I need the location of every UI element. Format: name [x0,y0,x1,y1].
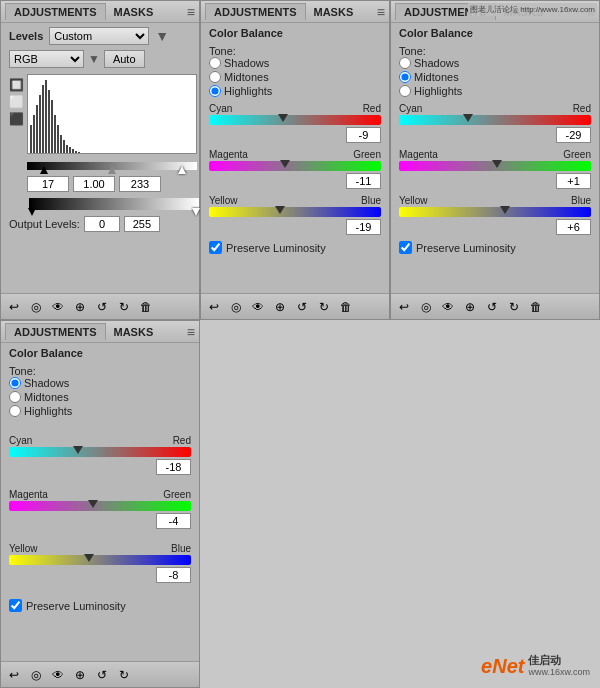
levels-preset-select[interactable]: Custom [49,27,149,45]
cb3-cyan-red-value[interactable] [156,459,191,475]
cb1-toolbar-target[interactable]: ◎ [227,298,245,316]
cb2-toolbar-redo[interactable]: ↻ [505,298,523,316]
tab-masks-cb3[interactable]: MASKS [106,324,162,340]
cb1-toolbar-undo[interactable]: ↺ [293,298,311,316]
cb2-toolbar-eye[interactable]: 👁 [439,298,457,316]
cb3-green-label: Green [163,489,191,500]
cb3-header: ADJUSTMENTS MASKS ≡ [1,321,199,343]
cb1-yellow-blue-track[interactable] [209,207,381,217]
cb3-toolbar-target[interactable]: ◎ [27,666,45,684]
tab-masks-levels[interactable]: MASKS [106,4,162,20]
cb3-toolbar-redo[interactable]: ↻ [115,666,133,684]
cb3-toolbar-back[interactable]: ↩ [5,666,23,684]
cb1-magenta-green-thumb[interactable] [280,160,290,168]
cb2-cyan-red-value[interactable] [556,127,591,143]
cb3-magenta-green-labels: Magenta Green [9,489,191,500]
tab-adjustments-levels[interactable]: ADJUSTMENTS [5,3,106,20]
cb3-yellow-blue-track[interactable] [9,555,191,565]
cb3-magenta-green-thumb[interactable] [88,500,98,508]
cb2-yellow-blue-labels: Yellow Blue [399,195,591,206]
panel-menu-icon-cb3[interactable]: ≡ [187,324,195,340]
toolbar-eye-icon[interactable]: 👁 [49,298,67,316]
cb3-radio-midtones[interactable] [9,391,21,403]
cb2-preserve-checkbox[interactable] [399,241,412,254]
cb2-toolbar-undo[interactable]: ↺ [483,298,501,316]
cb1-magenta-green-value[interactable] [346,173,381,189]
cb1-toolbar-redo[interactable]: ↻ [315,298,333,316]
tab-masks-cb1[interactable]: MASKS [306,4,362,20]
cb1-magenta-green-track[interactable] [209,161,381,171]
toolbar-add-icon[interactable]: ⊕ [71,298,89,316]
cb2-radio-midtones[interactable] [399,71,411,83]
input-levels-slider[interactable] [27,158,197,174]
panel-menu-icon-levels[interactable]: ≡ [187,4,195,20]
cb1-cyan-red-thumb[interactable] [278,114,288,122]
toolbar-undo-icon[interactable]: ↺ [93,298,111,316]
cb3-cyan-red-track[interactable] [9,447,191,457]
cb3-magenta-green-value[interactable] [156,513,191,529]
cb1-tone-midtones: Midtones [209,71,381,83]
panel-menu-icon-cb1[interactable]: ≡ [377,4,385,20]
black-eyedropper-icon[interactable]: 🔲 [9,78,24,92]
toolbar-target-icon[interactable]: ◎ [27,298,45,316]
tab-adjustments-cb3[interactable]: ADJUSTMENTS [5,323,106,340]
cb1-yellow-blue-value[interactable] [346,219,381,235]
cb2-radio-shadows[interactable] [399,57,411,69]
cb3-toolbar-add[interactable]: ⊕ [71,666,89,684]
cb2-radio-highlights[interactable] [399,85,411,97]
cb2-yellow-blue-value[interactable] [556,219,591,235]
cb1-radio-highlights[interactable] [209,85,221,97]
output-white-value[interactable] [124,216,160,232]
cb2-cyan-red-thumb[interactable] [463,114,473,122]
cb1-radio-shadows[interactable] [209,57,221,69]
cb1-radio-midtones[interactable] [209,71,221,83]
cb2-toolbar-delete[interactable]: 🗑 [527,298,545,316]
cb1-preserve-checkbox[interactable] [209,241,222,254]
cb2-magenta-green-value[interactable] [556,173,591,189]
cb3-tone-midtones: Midtones [9,391,191,403]
cb3-toolbar-eye[interactable]: 👁 [49,666,67,684]
input-black-value[interactable] [27,176,69,192]
toolbar-back-icon[interactable]: ↩ [5,298,23,316]
cb1-preserve-lum: Preserve Luminosity [209,241,381,254]
cb2-magenta-green-thumb[interactable] [492,160,502,168]
cb1-yellow-blue-thumb[interactable] [275,206,285,214]
cb1-cyan-red-value[interactable] [346,127,381,143]
cb1-toolbar-add[interactable]: ⊕ [271,298,289,316]
channel-select[interactable]: RGB [9,50,84,68]
cb3-cyan-red-thumb[interactable] [73,446,83,454]
cb3-yellow-blue-value[interactable] [156,567,191,583]
cb2-toolbar-add[interactable]: ⊕ [461,298,479,316]
white-eyedropper-icon[interactable]: ⬛ [9,112,24,126]
cb2-toolbar-back[interactable]: ↩ [395,298,413,316]
cb2-magenta-green-labels: Magenta Green [399,149,591,160]
output-black-value[interactable] [84,216,120,232]
cb3-cyan-red-section: Cyan Red [9,435,191,475]
toolbar-redo-icon[interactable]: ↻ [115,298,133,316]
cb3-radio-shadows[interactable] [9,377,21,389]
cb2-tone-midtones: Midtones [399,71,591,83]
input-white-value[interactable] [119,176,161,192]
input-gamma-value[interactable] [73,176,115,192]
cb3-radio-highlights[interactable] [9,405,21,417]
cb2-yellow-blue-track[interactable] [399,207,591,217]
cb1-cyan-red-track[interactable] [209,115,381,125]
output-levels-slider[interactable] [29,198,199,210]
cb1-toolbar-delete[interactable]: 🗑 [337,298,355,316]
cb3-preserve-checkbox[interactable] [9,599,22,612]
cb2-yellow-blue-thumb[interactable] [500,206,510,214]
cb1-toolbar-eye[interactable]: 👁 [249,298,267,316]
tab-adjustments-cb1[interactable]: ADJUSTMENTS [205,3,306,20]
gray-eyedropper-icon[interactable]: ⬜ [9,95,24,109]
cb3-yellow-blue-thumb[interactable] [84,554,94,562]
watermark-site-name: 佳启动 [528,654,590,667]
auto-button[interactable]: Auto [104,50,145,68]
cb2-cyan-red-track[interactable] [399,115,591,125]
cb3-toolbar-undo[interactable]: ↺ [93,666,111,684]
preset-dropdown-arrow[interactable]: ▼ [155,28,169,44]
cb3-magenta-green-track[interactable] [9,501,191,511]
cb2-toolbar-target[interactable]: ◎ [417,298,435,316]
cb2-magenta-green-track[interactable] [399,161,591,171]
toolbar-delete-icon[interactable]: 🗑 [137,298,155,316]
cb1-toolbar-back[interactable]: ↩ [205,298,223,316]
